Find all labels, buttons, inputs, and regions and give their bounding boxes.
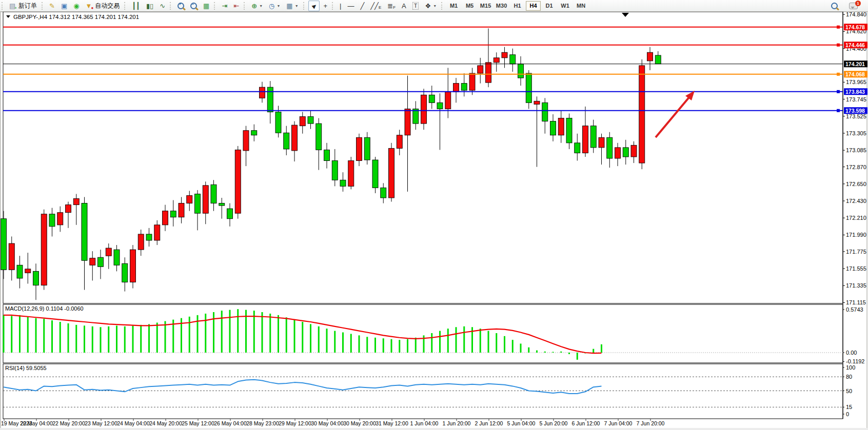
cursor-button[interactable]: ►	[308, 1, 320, 11]
auto-scroll-button[interactable]: ⇥	[219, 1, 230, 11]
tf-m30-button[interactable]: M30	[494, 1, 509, 11]
signals-button[interactable]: ◉	[71, 1, 82, 11]
community-button[interactable]: 1	[846, 1, 860, 11]
current-price-tag-label: 174.201	[845, 61, 865, 67]
macd-histogram-bar	[415, 338, 417, 353]
candle-body	[429, 95, 435, 103]
templates-button[interactable]: ▦▼	[284, 1, 301, 11]
macd-histogram-bar	[399, 340, 400, 353]
line-chart-button[interactable]: ∿	[157, 1, 168, 11]
toolbar-grip	[303, 2, 306, 10]
time-label: 7 Jun 20:00	[637, 420, 665, 426]
candlestick-button[interactable]: ▮▯	[144, 1, 156, 11]
candle-body	[639, 66, 645, 163]
macd-histogram-bar	[504, 336, 505, 353]
macd-histogram-bar	[480, 329, 481, 353]
vertical-line-icon: |	[340, 3, 341, 9]
time-label: 30 May 20:00	[343, 420, 376, 426]
candle-body	[348, 161, 354, 187]
candle-body	[163, 211, 168, 225]
candle-body	[437, 103, 443, 109]
tf-d1-button[interactable]: D1	[542, 1, 557, 11]
rsi-panel[interactable]	[3, 364, 843, 419]
candle-body	[170, 211, 176, 217]
macd-histogram-bar	[391, 339, 392, 353]
candle-body	[308, 117, 313, 124]
candle-body	[316, 124, 322, 150]
fibonacci-button[interactable]: ≣F	[385, 1, 398, 11]
macd-histogram-bar	[334, 331, 336, 353]
tf-h1-button[interactable]: H1	[510, 1, 525, 11]
toolbar-grip	[332, 2, 334, 10]
tf-h4-button[interactable]: H4	[526, 1, 541, 11]
macd-axis-label: -0.1192	[846, 358, 865, 364]
text-icon: A	[402, 3, 406, 9]
tf-m15-button[interactable]: M15	[478, 1, 493, 11]
macd-histogram-bar	[148, 324, 150, 353]
zoom-out-button[interactable]: −	[188, 1, 200, 11]
macd-histogram-bar	[366, 337, 368, 353]
chevron-down-icon: ▼	[259, 4, 263, 8]
macd-histogram-bar	[60, 322, 61, 353]
macd-histogram-bar	[229, 310, 231, 353]
search-button[interactable]	[828, 1, 840, 11]
time-label: 5 Jun 20:00	[540, 420, 568, 426]
candle-body	[66, 205, 71, 213]
tf-m5-button[interactable]: M5	[462, 1, 477, 11]
equidistant-channel-icon: ╱╱	[370, 3, 379, 9]
macd-histogram-bar	[278, 315, 279, 353]
tf-m1-button[interactable]: M1	[446, 1, 461, 11]
candle-body	[372, 160, 378, 188]
candle-body	[122, 263, 128, 282]
new-order-button[interactable]: ▤+新订单	[7, 1, 40, 11]
equidistant-channel-button[interactable]: ╱╱E	[368, 1, 384, 11]
arrows-button[interactable]: ❖▼	[422, 1, 439, 11]
bar-chart-button[interactable]: ┃┃	[129, 1, 143, 11]
tile-windows-button[interactable]: ▦	[201, 1, 212, 11]
macd-histogram-bar	[43, 319, 45, 353]
macd-histogram-bar	[568, 353, 570, 354]
candle-body	[502, 52, 507, 58]
macd-histogram-bar	[326, 329, 328, 353]
macd-label: MACD(12,26,9) 0.1104 -0.0060	[5, 305, 84, 312]
macd-histogram-bar	[350, 334, 352, 353]
candle-body	[357, 137, 362, 160]
vertical-line-button[interactable]: |	[337, 1, 344, 11]
toolbar-grip	[441, 2, 444, 10]
chart-shift-button[interactable]: ⇤	[231, 1, 242, 11]
indicators-button[interactable]: ⊕▼	[249, 1, 265, 11]
hline-price-tag-label: 173.598	[845, 108, 865, 114]
macd-histogram-bar	[456, 327, 457, 353]
candle-body	[114, 250, 120, 265]
hline-price-tag-label: 173.843	[845, 89, 865, 95]
periods-button[interactable]: ◷▼	[266, 1, 283, 11]
autotrade-button[interactable]: ▼●自动交易	[83, 1, 123, 11]
price-tick-label: 172.430	[846, 198, 866, 204]
macd-panel[interactable]	[3, 304, 843, 363]
text-button[interactable]: A	[399, 1, 409, 11]
chevron-down-icon: ▼	[277, 4, 280, 8]
time-label: 26 May 04:00	[214, 420, 247, 426]
main-panel[interactable]	[3, 12, 843, 303]
hline-price-tag-label: 174.068	[845, 71, 865, 77]
hline-price-tag-label: 174.678	[845, 24, 865, 30]
tf-mn-button[interactable]: MN	[574, 1, 588, 11]
candle-body	[275, 112, 281, 133]
crosshair-button[interactable]: +	[321, 1, 330, 11]
zoom-in-button[interactable]: +	[175, 1, 187, 11]
horizontal-line-button[interactable]: —	[345, 1, 357, 11]
text-label-button[interactable]: T	[410, 1, 422, 11]
candle-body	[300, 117, 305, 126]
trendline-button[interactable]: ╱	[358, 1, 367, 11]
candle-body	[73, 198, 79, 204]
candle-body	[332, 161, 338, 180]
candle-body	[381, 188, 386, 198]
candle-body	[599, 137, 604, 148]
mql5-community-button[interactable]: ▣	[58, 1, 70, 11]
notification-badge: 1	[855, 1, 861, 6]
time-label: 1 Jun 20:00	[443, 420, 471, 426]
macd-histogram-bar	[124, 326, 126, 353]
tf-w1-button[interactable]: W1	[558, 1, 573, 11]
macd-histogram-bar	[3, 315, 5, 353]
metaeditor-button[interactable]: ✎	[47, 1, 57, 11]
